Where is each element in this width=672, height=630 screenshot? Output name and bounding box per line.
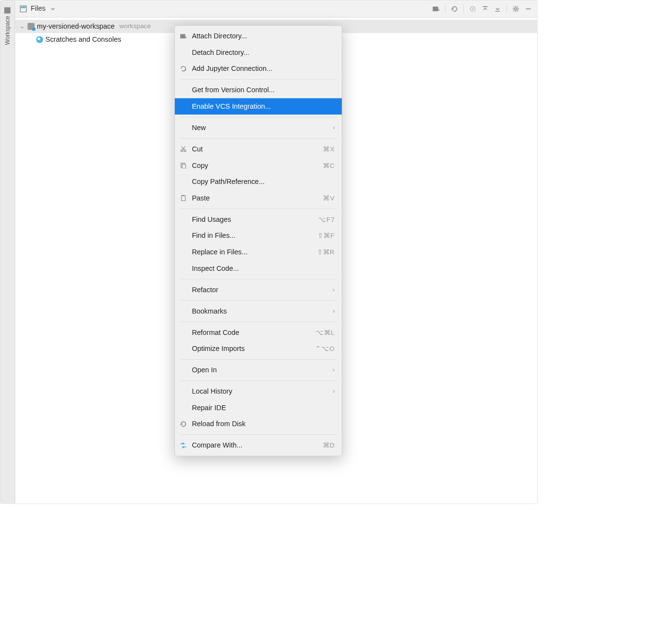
menu-item-label: Local History (192, 387, 328, 396)
menu-item-replace-in-files[interactable]: Replace in Files...⇧⌘R (175, 244, 342, 260)
chevron-down-icon[interactable]: ⌄ (20, 23, 25, 30)
svg-rect-16 (182, 164, 185, 168)
chevron-right-icon: › (333, 366, 335, 373)
menu-item-shortcut: ⌘V (323, 194, 335, 202)
menu-item-shortcut: ⌘X (323, 145, 335, 153)
menu-item-compare-with[interactable]: Compare With...⌘D (175, 437, 342, 454)
refresh-button[interactable] (450, 4, 460, 14)
menu-item-label: Enable VCS Integration... (192, 102, 335, 111)
topbar-title: Files (31, 5, 45, 13)
reload-icon (180, 420, 187, 428)
menu-item-shortcut: ⌥⌘L (316, 328, 335, 336)
chevron-right-icon: › (333, 388, 335, 395)
chevron-down-icon[interactable] (49, 4, 57, 13)
menu-item-find-in-files[interactable]: Find in Files...⇧⌘F (175, 228, 342, 244)
menu-item-label: Optimize Imports (192, 345, 311, 353)
compare-icon (180, 442, 187, 449)
app-window: Workspace Files + (0, 0, 538, 504)
menu-item-shortcut: ⌥F7 (318, 216, 335, 224)
target-button[interactable] (468, 4, 478, 14)
tree-root-label: my-versioned-workspace (37, 22, 115, 31)
menu-item-label: Get from Version Control... (192, 86, 335, 94)
menu-item-label: Add Jupyter Connection... (192, 65, 335, 73)
menu-separator (180, 381, 336, 381)
blank-icon (180, 232, 187, 240)
menu-item-new[interactable]: New› (175, 119, 342, 136)
svg-point-5 (472, 8, 473, 9)
menu-item-get-from-version-control[interactable]: Get from Version Control... (175, 82, 342, 99)
menu-item-label: Find in Files... (192, 232, 313, 240)
menu-item-label: Copy Path/Reference... (192, 178, 335, 186)
menu-item-reformat-code[interactable]: Reformat Code⌥⌘L (175, 324, 342, 341)
blank-icon (180, 248, 187, 256)
chevron-right-icon: › (333, 286, 335, 293)
minimize-button[interactable] (523, 4, 534, 14)
menu-item-label: Refactor (192, 285, 328, 294)
paste-icon (180, 194, 187, 202)
menu-item-shortcut: ⇧⌘F (318, 232, 335, 240)
menu-item-label: Inspect Code... (192, 264, 335, 272)
svg-rect-17 (182, 196, 185, 200)
blank-icon (180, 178, 187, 185)
menu-item-label: Replace in Files... (192, 248, 312, 256)
svg-text:+: + (438, 8, 440, 12)
blank-icon (180, 286, 187, 294)
menu-item-copy[interactable]: Copy⌘C (175, 157, 342, 174)
menu-item-label: Bookmarks (192, 307, 328, 315)
menu-item-label: Copy (192, 161, 318, 169)
gear-icon[interactable] (511, 4, 521, 14)
topbar: Files + (15, 0, 537, 17)
blank-icon (180, 329, 187, 336)
menu-item-refactor[interactable]: Refactor› (175, 282, 342, 298)
blank-icon (180, 49, 187, 56)
menu-item-label: Open In (192, 366, 328, 374)
context-menu: +Attach Directory...Detach Directory...+… (174, 25, 342, 456)
chevron-right-icon: › (333, 124, 335, 131)
window-icon (19, 4, 28, 13)
add-folder-button[interactable]: + (431, 4, 441, 14)
menu-item-repair-ide[interactable]: Repair IDE (175, 399, 342, 416)
menu-item-bookmarks[interactable]: Bookmarks› (175, 303, 342, 319)
menu-item-paste[interactable]: Paste⌘V (175, 190, 342, 206)
menu-item-label: Reload from Disk (192, 420, 335, 428)
menu-item-local-history[interactable]: Local History› (175, 383, 342, 400)
menu-separator (180, 434, 336, 435)
menu-item-label: Paste (192, 194, 319, 202)
menu-item-optimize-imports[interactable]: Optimize Imports⌃⌥O (175, 341, 342, 357)
menu-item-reload-from-disk[interactable]: Reload from Disk (175, 416, 342, 432)
menu-separator (180, 138, 336, 139)
svg-text:+: + (184, 68, 186, 72)
menu-item-detach-directory[interactable]: Detach Directory... (175, 44, 342, 61)
blank-icon (180, 345, 187, 352)
folder-add-icon: + (180, 32, 187, 40)
menu-item-cut[interactable]: Cut⌘X (175, 141, 342, 157)
menu-item-add-jupyter-connection[interactable]: +Add Jupyter Connection... (175, 61, 342, 77)
menu-separator (180, 79, 336, 80)
folder-icon (4, 7, 11, 14)
blank-icon (180, 307, 187, 315)
menu-separator (180, 359, 336, 360)
menu-item-label: Reformat Code (192, 328, 311, 336)
menu-item-label: Cut (192, 145, 319, 153)
svg-rect-1 (21, 6, 26, 8)
cut-icon (180, 145, 187, 153)
workspace-tab[interactable]: Workspace (3, 4, 13, 48)
menu-item-enable-vcs-integration[interactable]: Enable VCS Integration... (175, 98, 342, 115)
menu-item-find-usages[interactable]: Find Usages⌥F7 (175, 211, 342, 228)
blank-icon (180, 265, 187, 272)
separator (445, 4, 446, 13)
menu-item-label: Detach Directory... (192, 49, 335, 57)
collapse-up-button[interactable] (480, 4, 490, 14)
menu-item-open-in[interactable]: Open In› (175, 362, 342, 379)
menu-item-label: Compare With... (192, 441, 318, 449)
menu-item-inspect-code[interactable]: Inspect Code... (175, 260, 342, 277)
blank-icon (180, 387, 187, 395)
blank-icon (180, 366, 187, 374)
folder-icon (28, 23, 34, 30)
menu-item-shortcut: ⌃⌥O (315, 345, 335, 353)
workspace-tab-label: Workspace (4, 16, 11, 45)
menu-item-attach-directory[interactable]: +Attach Directory... (175, 28, 342, 45)
menu-separator (180, 300, 336, 300)
menu-item-copy-path-reference[interactable]: Copy Path/Reference... (175, 174, 342, 190)
collapse-down-button[interactable] (492, 4, 503, 14)
